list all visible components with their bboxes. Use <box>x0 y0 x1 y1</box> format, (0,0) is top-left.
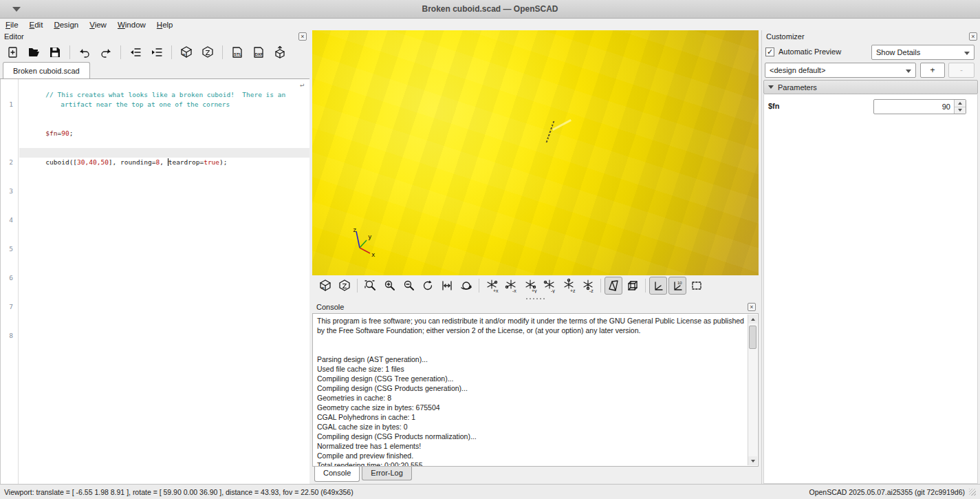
toolbar-separator <box>171 45 172 59</box>
spin-down-icon[interactable] <box>955 107 966 114</box>
menu-help[interactable]: Help <box>151 20 179 30</box>
show-edges-button[interactable] <box>688 277 706 295</box>
new-file-button[interactable] <box>4 44 21 61</box>
y-axis-label: y <box>368 233 372 240</box>
collapse-arrow-icon <box>768 85 774 89</box>
parameters-section-header[interactable]: Parameters <box>763 80 978 94</box>
console-line: Parsing design (AST generation)... <box>317 354 754 364</box>
editor-panel-title: Editor <box>3 32 298 41</box>
menu-window[interactable]: Window <box>112 20 151 30</box>
toolbar-separator <box>357 279 358 293</box>
scroll-up-icon[interactable] <box>748 315 757 323</box>
view-minus-z-button[interactable]: -z <box>579 277 597 295</box>
fn-parameter-input[interactable]: 90 <box>873 99 966 114</box>
customizer-close-icon[interactable]: × <box>969 32 977 41</box>
render-button[interactable] <box>336 277 353 295</box>
console-line: Compile and preview finished. <box>317 451 754 460</box>
console-close-icon[interactable]: × <box>748 303 756 311</box>
render-button[interactable] <box>199 44 216 61</box>
zoom-in-button[interactable] <box>380 277 398 295</box>
print-3d-button[interactable] <box>272 44 288 61</box>
scale-10-label: 10 <box>677 281 682 285</box>
export-dxf-button[interactable]: DXF <box>250 44 267 61</box>
code-line-1: // This creates what looks like a broken… <box>19 81 309 90</box>
preview-button[interactable]: » <box>316 277 334 295</box>
export-stl-button[interactable]: STL <box>229 44 246 61</box>
code-token: teardrop= <box>168 158 204 166</box>
toolbar-separator <box>645 279 646 293</box>
customizer-panel: Customizer × ✓ Automatic Preview Show De… <box>761 30 980 484</box>
spin-up-icon[interactable] <box>955 100 966 107</box>
line-number: 4 <box>1 215 13 225</box>
zoom-all-button[interactable] <box>361 277 379 295</box>
remove-preset-button[interactable]: - <box>948 63 974 78</box>
tab-error-log[interactable]: Error-Log <box>362 467 411 480</box>
menu-file[interactable]: File <box>0 20 24 30</box>
code-token: 30,40,50 <box>77 158 109 166</box>
scrollbar-thumb[interactable] <box>749 326 756 349</box>
remove-preset-label: - <box>960 65 963 75</box>
preview-button[interactable]: » <box>178 44 195 61</box>
tab-broken-cuboid[interactable]: Broken cuboid.scad <box>3 62 90 78</box>
code-token: true <box>204 158 219 166</box>
unindent-button[interactable] <box>127 44 144 61</box>
code-editor[interactable]: 1 2 3 4 5 6 7 8 // This creates what loo… <box>0 79 309 484</box>
toolbar-separator <box>222 45 223 59</box>
x-axis-label: x <box>371 251 375 258</box>
menu-design[interactable]: Design <box>48 20 84 30</box>
editor-tabbar: Broken cuboid.scad <box>0 62 309 79</box>
render-artifact <box>546 121 555 143</box>
zoom-out-button[interactable] <box>400 277 417 295</box>
indent-button[interactable] <box>149 44 165 61</box>
tab-console[interactable]: Console <box>314 467 360 482</box>
save-button[interactable] <box>47 44 63 61</box>
console-line: Used file cache size: 1 files <box>317 364 754 374</box>
orthogonal-view-button[interactable] <box>624 277 642 295</box>
undo-button[interactable] <box>76 44 93 61</box>
splitter-handle[interactable] <box>312 296 759 301</box>
rotate-view-button[interactable] <box>457 277 475 295</box>
console-scrollbar[interactable] <box>748 315 757 465</box>
resize-grip[interactable] <box>969 489 976 496</box>
customizer-panel-title: Customizer <box>765 32 969 41</box>
details-dropdown[interactable]: Show Details <box>871 45 974 60</box>
view-all-button[interactable] <box>438 277 456 295</box>
toolbar-separator <box>69 45 70 59</box>
line-number: 8 <box>1 331 13 341</box>
redo-button[interactable] <box>98 44 114 61</box>
fn-parameter-value: 90 <box>942 103 950 111</box>
menu-view[interactable]: View <box>84 20 112 30</box>
line-number: 7 <box>1 302 13 312</box>
show-axes-button[interactable] <box>649 277 667 295</box>
viewport-status-text: Viewport: translate = [ -6.55 1.98 8.91 … <box>4 488 809 496</box>
scroll-down-icon[interactable] <box>748 456 757 465</box>
window-menu-icon[interactable] <box>12 7 21 12</box>
view-minus-x-button[interactable]: -x <box>502 277 520 295</box>
preset-dropdown[interactable]: <design default> <box>765 63 916 78</box>
view-plus-z-button[interactable]: +z <box>560 277 578 295</box>
automatic-preview-checkbox[interactable]: ✓ <box>765 47 774 56</box>
chevron-down-icon <box>906 70 911 73</box>
details-dropdown-value: Show Details <box>876 48 920 56</box>
code-token: cuboid([ <box>45 158 77 166</box>
menu-edit[interactable]: Edit <box>24 20 49 30</box>
code-token: ; <box>69 129 74 137</box>
add-preset-button[interactable]: + <box>920 63 945 78</box>
console-panel-header: Console × <box>312 301 759 313</box>
code-line-5: include<BOSL2/std.scad> <box>19 138 309 148</box>
perspective-view-button[interactable] <box>605 277 622 295</box>
editor-close-icon[interactable]: × <box>298 32 307 41</box>
console-line: Geometry cache size in bytes: 675504 <box>317 403 754 412</box>
view-plus-x-button[interactable]: +x <box>483 277 501 295</box>
show-scale-markers-button[interactable]: 10 <box>668 277 686 295</box>
openscad-window: Broken cuboid.scad — OpenSCAD File Edit … <box>0 0 980 499</box>
reset-view-button[interactable] <box>419 277 437 295</box>
3d-viewport[interactable]: z y x <box>312 30 759 275</box>
axis-view-label: +y <box>532 288 537 293</box>
open-file-button[interactable] <box>25 44 42 61</box>
view-minus-y-button[interactable]: -y <box>541 277 558 295</box>
version-text: OpenSCAD 2025.05.07.ai25355 (git 72c9919… <box>809 488 966 496</box>
console-line: This program is free software; you can r… <box>317 316 754 326</box>
line-number: 5 <box>1 244 13 254</box>
view-plus-y-button[interactable]: +y <box>521 277 539 295</box>
